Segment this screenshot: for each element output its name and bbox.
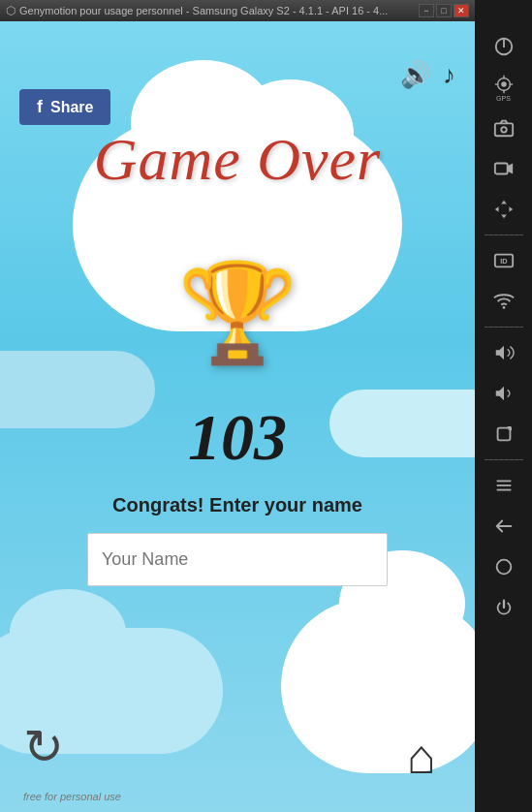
music-icon[interactable]: ♪ [443, 60, 455, 90]
svg-point-13 [502, 306, 505, 309]
sidebar-divider-3 [485, 459, 523, 460]
sidebar: GPS ID [475, 0, 532, 812]
svg-text:ID: ID [500, 257, 507, 265]
volume-up-icon[interactable] [483, 335, 525, 370]
game-over-container: Game Over [68, 126, 407, 192]
game-over-text: Game Over [68, 126, 407, 192]
svg-rect-8 [494, 123, 512, 136]
titlebar-icon: ⬡ [6, 4, 16, 17]
title-bar: ⬡ Genymotion pour usage personnel - Sams… [0, 0, 475, 21]
maximize-button[interactable]: □ [436, 4, 452, 17]
home-android-icon[interactable] [483, 549, 525, 584]
back-icon[interactable] [483, 509, 525, 544]
titlebar-title: Genymotion pour usage personnel - Samsun… [19, 5, 419, 16]
svg-point-9 [501, 127, 507, 133]
close-button[interactable]: ✕ [454, 4, 469, 17]
move-icon[interactable] [483, 192, 525, 227]
trophy-icon: 🏆 [177, 264, 298, 360]
audio-icon[interactable]: 🔊 [400, 60, 431, 90]
camera-icon[interactable] [483, 110, 525, 145]
sidebar-divider-1 [485, 234, 523, 235]
congrats-text: Congrats! Enter your name [112, 494, 362, 516]
home-button[interactable]: ⌂ [407, 729, 436, 785]
titlebar-controls: − □ ✕ [419, 4, 469, 17]
gps-icon[interactable]: GPS [483, 70, 525, 105]
sidebar-divider-2 [485, 327, 523, 328]
name-input[interactable] [87, 533, 388, 586]
video-icon[interactable] [483, 151, 525, 186]
volume-down-icon[interactable] [483, 376, 525, 411]
svg-point-18 [496, 560, 511, 575]
svg-point-2 [501, 81, 507, 87]
share-button[interactable]: f Share [19, 89, 110, 125]
menu-icon[interactable] [483, 468, 525, 503]
app-screen: f Share 🔊 ♪ Game Over 🏆 103 Congrats! En… [0, 21, 475, 812]
rotate-icon[interactable] [483, 417, 525, 452]
svg-rect-14 [497, 428, 510, 441]
cloud-bottom-right [281, 599, 475, 773]
wifi-icon[interactable] [483, 284, 525, 319]
watermark-text: free for personal use [23, 791, 121, 802]
restart-button[interactable]: ↻ [23, 719, 64, 775]
svg-rect-10 [494, 164, 507, 174]
share-label: Share [50, 99, 93, 116]
power-icon[interactable] [483, 29, 525, 64]
facebook-icon: f [37, 97, 43, 117]
id-icon[interactable]: ID [483, 243, 525, 278]
power-android-icon[interactable] [483, 590, 525, 625]
name-input-wrapper [87, 533, 388, 586]
score-display: 103 [188, 399, 287, 476]
cloud-mid-right [329, 390, 475, 457]
minimize-button[interactable]: − [419, 4, 434, 17]
audio-controls: 🔊 ♪ [400, 60, 455, 90]
cloud-mid-left [0, 351, 155, 428]
